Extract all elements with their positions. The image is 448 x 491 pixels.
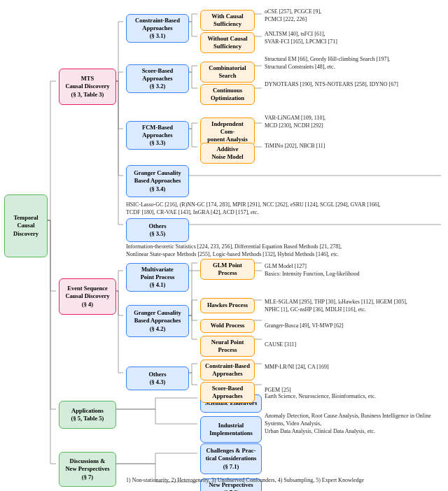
node-granger_mts: Granger Causality Based Approaches (§ 3.…	[126, 165, 189, 197]
node-ica: Independent Com- ponent Analysis	[200, 118, 255, 146]
leaf-granger_mts_leaf: HSIC-Lasso-GC [216], (R)NN-GC [174, 283]…	[126, 201, 381, 217]
node-temporal: Temporal Causal Discovery	[4, 194, 48, 257]
tree-layout: Temporal Causal DiscoveryMTS Causal Disc…	[3, 6, 445, 491]
leaf-additive: TiMINo [202], NBCB [11]	[265, 143, 326, 150]
node-mts: MTS Causal Discovery (§ 3, Table 3)	[59, 69, 116, 105]
node-constraint: Constraint-Based Approaches (§ 3.1)	[126, 14, 189, 43]
node-others_evnt: Others (§ 4.3)	[126, 367, 189, 390]
leaf-without_caus: ANLTSM [40], tsFCI [61], SVAR-FCI [165],…	[265, 31, 337, 46]
node-fcm: FCM-Based Approaches (§ 3.3)	[126, 121, 189, 150]
leaf-wold_leaf: Granger-Busca [49], VI-MWP [62]	[265, 322, 344, 330]
leaf-ica: VAR-LiNGAM [109, 110], MCD [230], NCDH […	[265, 115, 326, 130]
node-glm_pp: GLM Point Process	[200, 259, 255, 280]
node-event: Event Sequence Causal Discovery (§ 4)	[59, 278, 116, 315]
node-industrial: Industrial Implementations	[200, 416, 262, 443]
node-applications: Applications (§ 5, Table 5)	[59, 401, 116, 429]
leaf-others_mts_leaf: Information-theoretic Statistics [224, 2…	[126, 243, 342, 259]
node-additive: Additive Noise Model	[200, 143, 255, 164]
leaf-hawkes_leaf: MLE-SGLAM [295], THP [30], l₀Hawkes [112…	[265, 299, 407, 314]
node-combinatorial: Combinatorial Search	[200, 62, 255, 83]
node-score_e: Score-Based Approaches	[200, 382, 255, 403]
node-challenges: Challenges & Prac- tical Considerations …	[200, 443, 262, 474]
leaf-combinatorial: Structural EM [66], Greedy Hill-climbing…	[265, 56, 390, 71]
node-wold: Wold Process	[200, 319, 255, 333]
node-constraint_e: Constraint-Based Approaches	[200, 360, 255, 380]
node-with_caus: With Causal Sufficiency	[200, 10, 255, 31]
node-without_caus: Without Causal Sufficiency	[200, 32, 255, 53]
diagram-container: Temporal Causal DiscoveryMTS Causal Disc…	[0, 0, 448, 491]
node-granger_evnt: Granger Causality Based Approaches (§ 4.…	[126, 305, 189, 337]
node-neural_pp: Neural Point Process	[200, 336, 255, 357]
leaf-industrial_leaf: Anomaly Detection, Root Cause Analysis, …	[265, 413, 445, 435]
leaf-continuous: DYNOTEARS [190], NTS-NOTEARS [258], IDYN…	[265, 81, 398, 89]
node-hawkes: Hawkes Process	[200, 298, 255, 313]
leaf-neural_leaf: CAUSE [311]	[265, 341, 296, 349]
leaf-multivariate_leaf: Basics: Intensity Function, Log-likeliho…	[265, 271, 360, 278]
leaf-constraint_e_leaf: MMP-LR/NI [24], CA [169]	[265, 364, 329, 371]
node-score: Score-Based Approaches (§ 3.2)	[126, 64, 189, 93]
node-others_mts: Others (§ 3.5)	[126, 218, 189, 242]
node-continuous: Continuous Optimization	[200, 84, 255, 105]
leaf-glm_leaf: GLM Model [127]	[265, 263, 307, 271]
leaf-scientific_leaf: Earth Science, Neuroscience, Bioinformat…	[265, 393, 376, 401]
leaf-challenges_leaf: 1) Non-stationarity, 2) Heterogeneity, 3…	[126, 477, 364, 485]
leaf-with_caus: oCSE [257], PCGCE [9], PCMCI [222, 226]	[265, 8, 321, 24]
node-discussions: Discussions & New Perspectives (§ 7)	[59, 452, 116, 487]
node-multivariate: Multivariate Point Process (§ 4.1)	[126, 263, 189, 292]
